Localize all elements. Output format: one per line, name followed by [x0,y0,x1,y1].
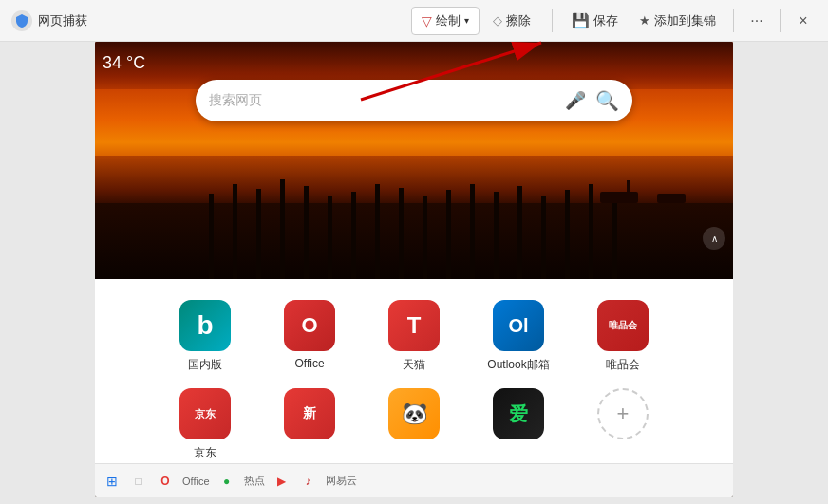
office-taskbar-icon: O [160,475,169,488]
app-add[interactable]: + [571,381,675,469]
panda-icon: 🐼 [388,388,440,439]
tianmao-label: 天猫 [403,357,425,373]
bottom-office-icon[interactable]: O [156,472,175,491]
office-icon: O [284,300,335,351]
app-guoneiban[interactable]: b 国内版 [153,292,257,381]
draw-icon: ▽ [422,13,432,28]
webcapture-icon [11,10,32,31]
guoneiban-icon: b [179,300,231,351]
start-icon: ⊞ [106,474,118,489]
chevron-up-icon: ∧ [711,233,718,244]
outlook-label: Outlook邮箱 [487,357,549,373]
app-outlook[interactable]: Ol Outlook邮箱 [466,292,571,381]
music-icon: ♪ [306,475,311,488]
hero-background [95,42,733,279]
add-app-icon[interactable]: + [597,388,649,439]
erase-label: 擦除 [506,12,531,29]
app-tianmao[interactable]: T 天猫 [362,292,466,381]
vipshop-label: 唯品会 [606,357,640,373]
apps-section: b 国内版 O Office T 天猫 Ol [95,279,733,482]
app-iqiyi[interactable]: 爱 [466,381,571,469]
outlook-icon: Ol [493,300,544,351]
save-icon: 💾 [572,12,590,29]
browser-window: 34 °C 搜索网页 🎤 🔍 ∧ b 国内版 O Office [95,42,733,497]
news-icon: 新 [284,388,335,439]
bottom-play-icon[interactable]: ▶ [273,472,292,491]
bottom-taskbar: ⊞ □ O Office ● 热点 ▶ ♪ 网易云 [95,463,733,497]
app-vipshop[interactable]: 唯品会 唯品会 [571,292,675,381]
close-icon: × [799,12,807,29]
toolbar-left: 网页捕获 [11,10,404,31]
toolbar-separator-2 [733,9,734,32]
draw-button[interactable]: ▽ 绘制 ▾ [411,7,480,35]
app-office[interactable]: O Office [257,292,362,381]
toolbar: 网页捕获 ▽ 绘制 ▾ ◇ 擦除 💾 保存 ★ 添加到集锦 ··· × [0,0,828,42]
save-button[interactable]: 💾 保存 [564,8,626,34]
plus-icon: + [617,401,630,426]
bottom-label-3: Office [182,476,210,487]
vipshop-icon: 唯品会 [597,300,649,351]
draw-dropdown-icon: ▾ [464,15,469,26]
add-to-collection-label: 添加到集锦 [654,12,716,29]
bottom-label-news: 热点 [244,474,265,488]
app-title: 网页捕获 [38,12,87,29]
close-button[interactable]: × [790,8,817,34]
play-icon: ▶ [277,475,286,488]
iqiyi-icon: 爱 [493,388,544,439]
search-icon[interactable]: 🔍 [595,89,619,112]
apps-row-2: 京东 京东 新 🐼 爱 [95,381,733,469]
toolbar-center: ▽ 绘制 ▾ ◇ 擦除 [411,7,540,35]
app-news[interactable]: 新 [257,381,362,469]
collapse-button[interactable]: ∧ [703,227,725,250]
save-label: 保存 [593,12,618,29]
bottom-icon-1[interactable]: ⊞ [103,472,122,491]
news-taskbar-icon: ● [223,475,230,488]
microphone-icon[interactable]: 🎤 [565,90,586,111]
guoneiban-label: 国内版 [188,357,222,373]
bottom-icon-news[interactable]: ● [217,472,236,491]
jd-icon: 京东 [179,388,231,439]
erase-icon: ◇ [493,13,502,28]
erase-button[interactable]: ◇ 擦除 [483,8,540,34]
add-to-collection-button[interactable]: ★ 添加到集锦 [631,8,724,34]
bottom-music-icon[interactable]: ♪ [299,472,318,491]
toolbar-right: 💾 保存 ★ 添加到集锦 ··· × [564,8,817,34]
toolbar-separator-3 [780,9,781,32]
jd-label: 京东 [194,445,216,461]
tianmao-icon: T [388,300,440,351]
more-icon: ··· [750,12,762,29]
more-options-button[interactable]: ··· [743,8,770,34]
draw-label: 绘制 [436,12,461,29]
search-bar[interactable]: 搜索网页 🎤 🔍 [196,80,632,121]
temperature-display: 34 °C [103,53,145,73]
taskview-icon: □ [135,475,141,488]
collection-icon: ★ [639,13,650,28]
app-panda[interactable]: 🐼 [362,381,466,469]
app-jd[interactable]: 京东 京东 [153,381,257,469]
apps-row-1: b 国内版 O Office T 天猫 Ol [95,292,733,381]
bottom-icon-2[interactable]: □ [129,472,148,491]
toolbar-separator [552,9,553,32]
office-label: Office [294,357,324,370]
search-placeholder: 搜索网页 [209,92,565,109]
bottom-label-music: 网易云 [326,474,357,488]
